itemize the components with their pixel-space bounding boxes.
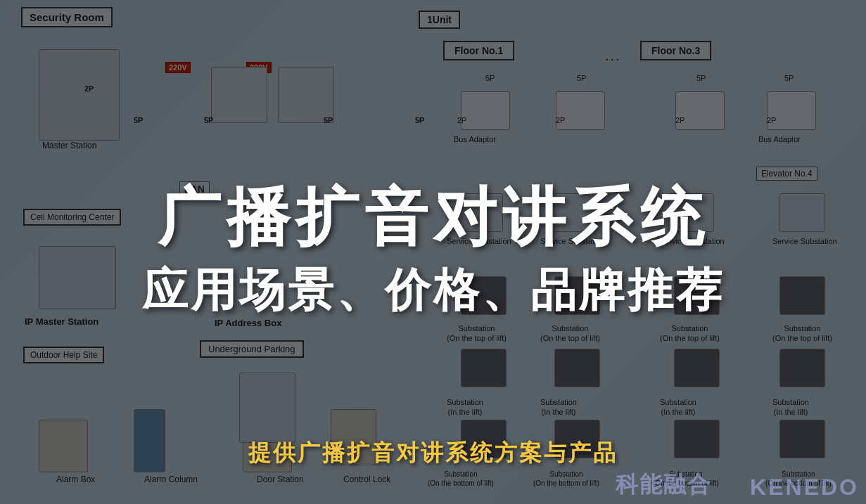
- bottom-subtitle: 提供广播扩音对讲系统方案与产品: [248, 438, 618, 469]
- main-title: 广播扩音对讲系统: [158, 183, 709, 252]
- sub-title: 应用场景、价格、品牌推荐: [142, 259, 725, 321]
- overlay-content: 广播扩音对讲系统 应用场景、价格、品牌推荐: [0, 0, 866, 504]
